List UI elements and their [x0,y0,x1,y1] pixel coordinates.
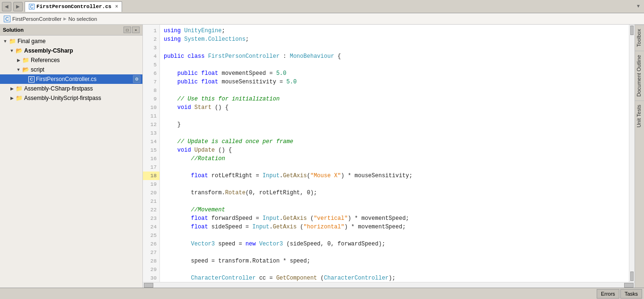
label-references: References [31,57,60,63]
bottom-bar: Errors Tasks [0,288,644,299]
line-num-29: 29 [143,265,159,274]
label-script: script [31,66,44,73]
folder-icon-script: 📂 [22,66,29,73]
line-numbers: 1 2 3 4 5 6 7 8 9 10 11 12 13 14 15 16 1… [143,25,160,282]
label-final-game: Final game [18,38,45,45]
line-num-5: 5 [143,61,159,69]
tree-item-final-game[interactable]: ▼ 📁 Final game [0,36,142,46]
toggle-assembly-csharp-firstpass: ▶ [9,86,15,91]
line-num-1: 1 [143,27,159,35]
line-num-26: 26 [143,240,159,248]
scrollbar-thumb-up[interactable] [630,26,634,35]
scrollbar-thumb-left[interactable] [144,283,153,288]
gear-icon-firstpersoncontroller[interactable]: ⚙ [133,75,141,83]
solution-title: Solution [3,27,24,33]
sidebar-tab-document-outline[interactable]: Document Outline [635,51,644,100]
toggle-assembly-csharp: ▼ [9,48,15,53]
line-num-18: 18 [143,172,159,180]
line-num-30: 30 [143,274,159,282]
cs-icon-firstpersoncontroller: C [28,76,35,82]
scrollbar-thumb-right[interactable] [624,283,634,288]
line-num-6: 6 [143,69,159,78]
tasks-button[interactable]: Tasks [620,289,642,299]
line-num-12: 12 [143,120,159,129]
line-num-16: 16 [143,154,159,163]
line-num-13: 13 [143,129,159,137]
breadcrumb-class[interactable]: FirstPersonController [12,16,62,22]
line-num-19: 19 [143,180,159,189]
toggle-references: ▶ [15,58,22,63]
nav-forward-button[interactable]: ▶ [13,2,23,11]
folder-icon-final-game: 📁 [9,37,16,45]
tree-item-firstpersoncontroller[interactable]: C FirstPersonController.cs ⚙ [0,74,142,84]
tree-item-assembly-csharp[interactable]: ▼ 📂 Assembly-CSharp [0,46,142,55]
nav-back-button[interactable]: ◀ [2,2,11,11]
right-sidebar: Toolbox Document Outline Unit Tests [635,25,644,288]
code-editor: 1 2 3 4 5 6 7 8 9 10 11 12 13 14 15 16 1… [143,25,635,288]
errors-button[interactable]: Errors [597,289,619,299]
toggle-assembly-unityscript-firstpass: ▶ [9,96,15,100]
vertical-scrollbar[interactable] [629,25,635,282]
line-num-4: 4 [143,52,159,61]
breadcrumb-cs-icon: C [4,16,10,22]
tree-item-assembly-csharp-firstpass[interactable]: ▶ 📁 Assembly-CSharp-firstpass [0,84,142,93]
scrollbar-thumb-down[interactable] [630,272,634,281]
tab-label: FirstPersonController.cs [36,4,111,9]
main-layout: Solution □ × ▼ 📁 Final game ▼ 📂 Assembly… [0,25,644,288]
tab-firstpersoncontroller[interactable]: C FirstPersonController.cs × [25,1,122,12]
top-nav-bar: ◀ ▶ C FirstPersonController.cs × ▼ [0,0,644,13]
folder-icon-assembly-unityscript-firstpass: 📁 [15,94,23,102]
tab-cs-icon: C [29,4,35,9]
tree-item-assembly-unityscript-firstpass[interactable]: ▶ 📁 Assembly-UnityScript-firstpass [0,93,142,103]
line-num-15: 15 [143,146,159,154]
breadcrumb-bar: C FirstPersonController ▶ No selection [0,13,644,25]
tree-item-references[interactable]: ▶ 📁 References [0,55,142,65]
line-num-27: 27 [143,248,159,257]
line-num-22: 22 [143,206,159,214]
label-firstpersoncontroller: FirstPersonController.cs [36,76,97,82]
folder-icon-assembly-csharp-firstpass: 📁 [15,85,23,92]
line-num-14: 14 [143,137,159,146]
folder-icon-references: 📁 [22,56,29,64]
line-num-9: 9 [143,95,159,103]
line-num-7: 7 [143,78,159,86]
line-num-3: 3 [143,44,159,52]
line-num-20: 20 [143,189,159,197]
solution-header: Solution □ × [0,25,142,36]
label-assembly-csharp: Assembly-CSharp [24,47,73,54]
line-num-10: 10 [143,103,159,112]
line-num-21: 21 [143,197,159,206]
breadcrumb-separator: ▶ [63,16,67,22]
code-area: 1 2 3 4 5 6 7 8 9 10 11 12 13 14 15 16 1… [143,25,635,282]
line-num-8: 8 [143,86,159,95]
solution-header-buttons: □ × [124,27,140,33]
line-num-11: 11 [143,112,159,120]
scrollbar-track [629,36,635,271]
folder-icon-assembly-csharp: 📂 [15,47,23,54]
line-num-2: 2 [143,35,159,44]
toggle-script: ▼ [15,67,22,72]
sidebar-tab-toolbox[interactable]: Toolbox [635,25,644,51]
tab-bar: C FirstPersonController.cs × [25,1,633,12]
solution-close-button[interactable]: × [132,27,140,33]
tab-dropdown-button[interactable]: ▼ [635,3,642,10]
label-assembly-unityscript-firstpass: Assembly-UnityScript-firstpass [24,95,101,101]
tab-close-button[interactable]: × [115,4,118,9]
toggle-final-game: ▼ [2,39,9,44]
tree-item-script[interactable]: ▼ 📂 script [0,65,142,74]
line-num-25: 25 [143,231,159,240]
label-assembly-csharp-firstpass: Assembly-CSharp-firstpass [24,85,93,92]
solution-panel: Solution □ × ▼ 📁 Final game ▼ 📂 Assembly… [0,25,143,288]
breadcrumb-selection: No selection [69,16,97,22]
horizontal-scrollbar[interactable] [143,282,635,288]
line-num-23: 23 [143,214,159,223]
solution-minimize-button[interactable]: □ [124,27,131,33]
solution-tree: ▼ 📁 Final game ▼ 📂 Assembly-CSharp ▶ 📁 R… [0,36,142,288]
code-content[interactable]: using UnityEngine; using System.Collecti… [160,25,629,282]
line-num-28: 28 [143,257,159,265]
line-num-17: 17 [143,163,159,172]
line-num-24: 24 [143,223,159,231]
sidebar-tab-unit-tests[interactable]: Unit Tests [635,100,644,131]
